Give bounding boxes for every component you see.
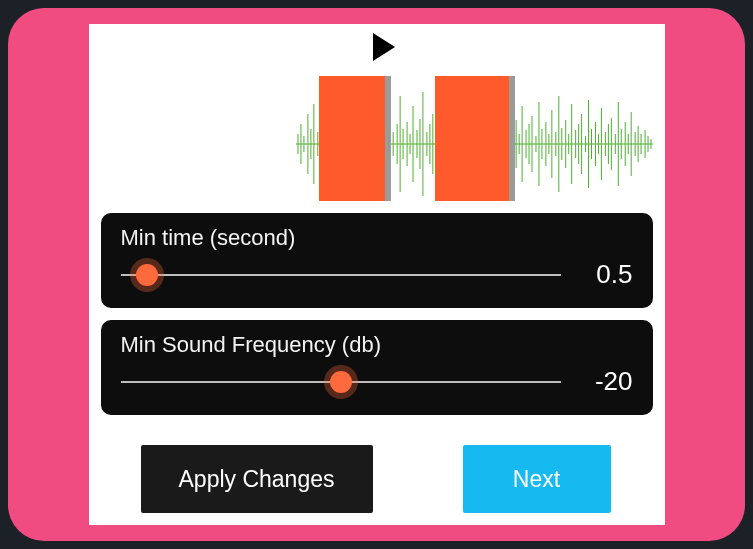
min-freq-label: Min Sound Frequency (db) — [121, 332, 633, 358]
waveform-area — [101, 28, 653, 201]
app-card: Min time (second) 0.5 Min Sound Frequenc… — [8, 8, 745, 541]
next-button[interactable]: Next — [463, 445, 611, 513]
slider-thumb-icon[interactable] — [330, 371, 352, 393]
min-freq-slider[interactable] — [121, 369, 561, 395]
slider-thumb-icon[interactable] — [136, 264, 158, 286]
min-time-value: 0.5 — [577, 259, 633, 290]
apply-changes-button[interactable]: Apply Changes — [141, 445, 373, 513]
main-panel: Min time (second) 0.5 Min Sound Frequenc… — [89, 24, 665, 525]
button-row: Apply Changes Next — [101, 445, 653, 513]
min-freq-card: Min Sound Frequency (db) -20 — [101, 320, 653, 415]
min-freq-value: -20 — [577, 366, 633, 397]
min-time-card: Min time (second) 0.5 — [101, 213, 653, 308]
min-time-label: Min time (second) — [121, 225, 633, 251]
selection-region-2[interactable] — [435, 76, 515, 201]
selection-region-1[interactable] — [319, 76, 391, 201]
play-icon[interactable] — [373, 33, 395, 61]
min-time-slider[interactable] — [121, 262, 561, 288]
